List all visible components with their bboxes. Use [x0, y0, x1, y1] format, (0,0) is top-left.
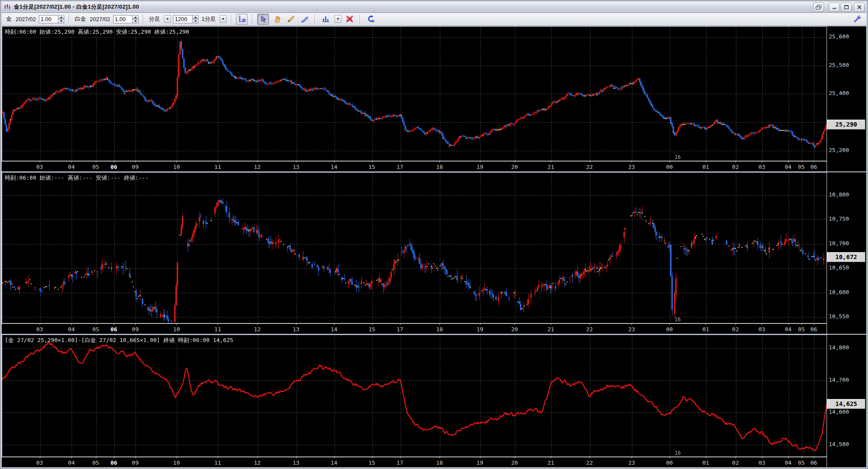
bar-count-input[interactable] — [173, 15, 192, 23]
gold-time-axis: 0304050609101112131415171819202122230001… — [2, 161, 827, 171]
close-button[interactable] — [854, 3, 865, 12]
pencil-draw-button[interactable] — [285, 14, 297, 25]
candlestick-icon — [3, 3, 11, 11]
x-axis-tick — [135, 323, 136, 325]
x-axis-tick — [372, 323, 372, 325]
toolbar-separator — [231, 14, 232, 24]
x-axis-tick-label: 01 — [700, 326, 711, 333]
x-axis-tick-label: 03 — [34, 164, 45, 170]
x-axis-tick-label: 05 — [90, 326, 101, 333]
minimize-button[interactable] — [829, 3, 840, 12]
x-axis-tick — [631, 323, 632, 325]
x-axis-tick — [551, 456, 551, 458]
spread-line-canvas[interactable] — [2, 335, 827, 456]
y-axis-tick-label: 25,500 — [829, 62, 849, 68]
gold-ratio-up-button[interactable] — [58, 15, 64, 19]
interval-dropdown[interactable] — [220, 15, 227, 23]
chart-type-button[interactable] — [320, 14, 331, 25]
x-axis-tick — [706, 323, 706, 325]
x-axis-tick-label: 02 — [730, 459, 741, 466]
chart-app-window: 金1分足[2027/02]1.00 - 白金1分足[2027/02]1.00 金… — [0, 0, 868, 469]
line-draw-button[interactable] — [299, 14, 310, 25]
x-axis-tick-label: 13 — [290, 326, 302, 333]
x-axis-tick-label: 13 — [290, 164, 302, 170]
x-axis-tick — [372, 456, 372, 458]
x-axis-tick-label: 02 — [730, 164, 741, 170]
x-axis-tick-label: 01 — [700, 459, 711, 466]
maximize-button[interactable] — [841, 3, 852, 12]
chart-reload-button[interactable]: R — [365, 14, 376, 25]
chart-reload-icon: R — [366, 15, 375, 23]
y-axis-tick-label: 10,600 — [829, 289, 849, 295]
restore-layout-button[interactable] — [813, 3, 824, 12]
x-axis-tick — [802, 161, 802, 162]
x-axis-tick — [40, 323, 40, 325]
title-bar: 金1分足[2027/02]1.00 - 白金1分足[2027/02]1.00 — [2, 2, 866, 13]
chart-type-dropdown[interactable] — [335, 15, 341, 23]
x-axis-tick-label: 04 — [66, 326, 77, 333]
platinum-ratio-up-button[interactable] — [132, 15, 139, 19]
day-label: 16 — [675, 450, 681, 456]
x-axis-tick-label: 05 — [90, 459, 101, 466]
x-axis-tick — [802, 456, 802, 458]
y-axis-tick-label: 10,650 — [829, 264, 849, 271]
platinum-time-axis: 0304050609101112131415171819202122230001… — [2, 323, 827, 334]
platinum-ratio-input[interactable] — [113, 15, 132, 23]
x-axis-tick-label: 10 — [171, 326, 182, 333]
gold-chart-panel: 時刻:06:00 始値:25,290 高値:25,290 安値:25,290 終… — [2, 26, 866, 171]
x-axis-tick-label: 15 — [366, 326, 378, 333]
x-axis-tick-label: 06 — [108, 459, 120, 466]
day-label: 16 — [675, 154, 681, 160]
x-axis-tick — [480, 323, 480, 325]
x-axis-tick — [590, 456, 590, 458]
platinum-contract-month: 2027/02 — [90, 16, 110, 22]
y-axis-tick-label: 14,700 — [829, 377, 849, 383]
x-axis-tick — [334, 456, 335, 458]
gold-candlestick-canvas[interactable] — [2, 27, 827, 161]
x-axis-tick-label: 18 — [434, 459, 445, 466]
platinum-current-price-label: 10,672 — [827, 252, 865, 262]
x-axis-tick — [631, 161, 632, 162]
settings-wrench-button[interactable] — [851, 14, 863, 25]
x-axis-tick — [814, 323, 814, 325]
x-axis-tick-label: 03 — [756, 459, 767, 466]
pan-hand-button[interactable] — [271, 14, 283, 25]
x-axis-tick-label: 03 — [756, 164, 767, 170]
select-cursor-icon — [259, 15, 267, 23]
delete-drawings-button[interactable] — [344, 14, 355, 25]
x-axis-tick — [135, 456, 136, 458]
gold-contract-month: 2027/02 — [16, 16, 36, 22]
x-axis-tick — [334, 161, 335, 162]
x-axis-tick-label: 11 — [212, 326, 223, 333]
x-axis-tick-label: 10 — [171, 459, 182, 466]
x-axis-tick-label: 06 — [108, 326, 120, 333]
x-axis-tick — [802, 323, 802, 325]
x-axis-tick-label: 21 — [545, 164, 556, 170]
select-cursor-button[interactable] — [257, 14, 269, 25]
platinum-candlestick-canvas[interactable] — [2, 173, 827, 323]
x-axis-tick-label: 02 — [730, 326, 741, 333]
spread-current-price-label: 14,625 — [827, 399, 865, 409]
spread-chart-panel: [金 27/02 25,290×1.00]-[白金 27/02 10,665×1… — [2, 335, 866, 467]
platinum-ratio-down-button[interactable] — [132, 19, 139, 23]
x-axis-tick — [735, 456, 736, 458]
gold-ratio-input[interactable] — [39, 15, 58, 23]
x-axis-tick — [480, 161, 480, 162]
spread-plot-area: [金 27/02 25,290×1.00]-[白金 27/02 10,665×1… — [2, 335, 827, 456]
y-axis-tick-label: 10,550 — [829, 313, 849, 320]
bar-type-dropdown[interactable] — [164, 15, 171, 23]
toolbar-separator — [252, 14, 253, 24]
x-axis-tick-label: 04 — [783, 326, 794, 333]
x-axis-tick — [514, 456, 515, 458]
bar-count-down-button[interactable] — [192, 19, 199, 23]
x-axis-tick — [177, 456, 177, 458]
axis-scale-button[interactable] — [236, 14, 248, 25]
bar-count-up-button[interactable] — [192, 15, 199, 19]
platinum-symbol-label: 白金 — [75, 15, 86, 23]
interval-dropdown-label: 1分足 — [202, 15, 216, 23]
bar-type-dropdown-label: 分足 — [149, 15, 160, 23]
x-axis-tick — [135, 161, 136, 162]
gold-ratio-down-button[interactable] — [58, 19, 64, 23]
y-axis-tick-label: 10,700 — [829, 240, 849, 247]
x-axis-tick-label: 22 — [584, 326, 595, 333]
